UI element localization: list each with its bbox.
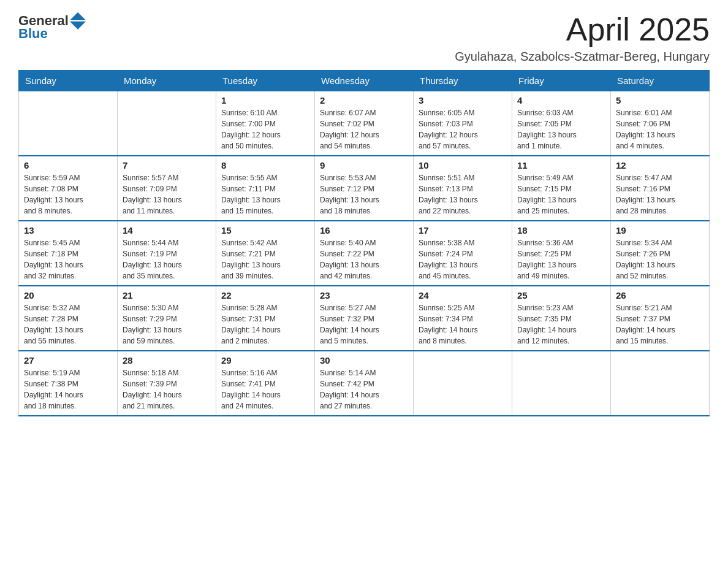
day-of-week-header: Friday [512,71,611,91]
day-info: Sunrise: 5:57 AM Sunset: 7:09 PM Dayligh… [123,172,211,216]
day-number: 25 [517,290,605,301]
calendar-empty-cell [414,351,512,416]
day-info: Sunrise: 6:01 AM Sunset: 7:06 PM Dayligh… [616,107,704,151]
calendar-header: SundayMondayTuesdayWednesdayThursdayFrid… [19,71,710,91]
calendar-day-cell: 28Sunrise: 5:18 AM Sunset: 7:39 PM Dayli… [118,351,216,416]
calendar-day-cell: 16Sunrise: 5:40 AM Sunset: 7:22 PM Dayli… [315,221,414,286]
day-info: Sunrise: 6:10 AM Sunset: 7:00 PM Dayligh… [221,107,309,151]
page-header: General Blue April 2025 Gyulahaza, Szabo… [18,12,710,64]
calendar-day-cell: 24Sunrise: 5:25 AM Sunset: 7:34 PM Dayli… [414,286,512,351]
day-info: Sunrise: 5:40 AM Sunset: 7:22 PM Dayligh… [320,237,408,282]
day-info: Sunrise: 5:49 AM Sunset: 7:15 PM Dayligh… [517,172,605,216]
day-info: Sunrise: 5:23 AM Sunset: 7:35 PM Dayligh… [517,302,605,347]
day-info: Sunrise: 5:19 AM Sunset: 7:38 PM Dayligh… [24,367,112,412]
day-number: 21 [123,290,211,301]
calendar-day-cell: 26Sunrise: 5:21 AM Sunset: 7:37 PM Dayli… [611,286,710,351]
day-number: 3 [419,95,507,105]
day-info: Sunrise: 5:34 AM Sunset: 7:26 PM Dayligh… [616,237,704,282]
calendar-day-cell: 22Sunrise: 5:28 AM Sunset: 7:31 PM Dayli… [216,286,315,351]
day-info: Sunrise: 6:05 AM Sunset: 7:03 PM Dayligh… [419,107,507,151]
calendar-day-cell: 11Sunrise: 5:49 AM Sunset: 7:15 PM Dayli… [512,156,611,221]
day-info: Sunrise: 5:32 AM Sunset: 7:28 PM Dayligh… [24,302,112,347]
calendar-week-row: 6Sunrise: 5:59 AM Sunset: 7:08 PM Daylig… [19,156,710,221]
day-number: 22 [221,290,309,301]
calendar-day-cell: 14Sunrise: 5:44 AM Sunset: 7:19 PM Dayli… [118,221,216,286]
logo: General Blue [18,12,86,42]
day-number: 5 [616,95,704,105]
logo-blue-text: Blue [18,26,48,42]
calendar-week-row: 13Sunrise: 5:45 AM Sunset: 7:18 PM Dayli… [19,221,710,286]
day-info: Sunrise: 5:44 AM Sunset: 7:19 PM Dayligh… [123,237,211,282]
day-number: 6 [24,160,112,170]
calendar-day-cell: 13Sunrise: 5:45 AM Sunset: 7:18 PM Dayli… [19,221,118,286]
location-subtitle: Gyulahaza, Szabolcs-Szatmar-Bereg, Hunga… [455,50,710,64]
calendar-day-cell: 2Sunrise: 6:07 AM Sunset: 7:02 PM Daylig… [315,91,414,156]
calendar-day-cell: 6Sunrise: 5:59 AM Sunset: 7:08 PM Daylig… [19,156,118,221]
calendar-day-cell: 5Sunrise: 6:01 AM Sunset: 7:06 PM Daylig… [611,91,710,156]
day-info: Sunrise: 5:47 AM Sunset: 7:16 PM Dayligh… [616,172,704,216]
day-info: Sunrise: 6:03 AM Sunset: 7:05 PM Dayligh… [517,107,605,151]
day-number: 28 [123,355,211,366]
day-number: 4 [517,95,605,105]
day-number: 18 [517,225,605,236]
day-info: Sunrise: 5:45 AM Sunset: 7:18 PM Dayligh… [24,237,112,282]
calendar-week-row: 20Sunrise: 5:32 AM Sunset: 7:28 PM Dayli… [19,286,710,351]
calendar-day-cell: 17Sunrise: 5:38 AM Sunset: 7:24 PM Dayli… [414,221,512,286]
day-info: Sunrise: 5:38 AM Sunset: 7:24 PM Dayligh… [419,237,507,282]
day-info: Sunrise: 5:27 AM Sunset: 7:32 PM Dayligh… [320,302,408,347]
day-info: Sunrise: 5:55 AM Sunset: 7:11 PM Dayligh… [221,172,309,216]
day-number: 10 [419,160,507,170]
calendar-day-cell: 25Sunrise: 5:23 AM Sunset: 7:35 PM Dayli… [512,286,611,351]
calendar-day-cell: 20Sunrise: 5:32 AM Sunset: 7:28 PM Dayli… [19,286,118,351]
day-info: Sunrise: 5:51 AM Sunset: 7:13 PM Dayligh… [419,172,507,216]
day-number: 30 [320,355,408,366]
day-of-week-header: Tuesday [216,71,315,91]
calendar-day-cell: 3Sunrise: 6:05 AM Sunset: 7:03 PM Daylig… [414,91,512,156]
calendar-body: 1Sunrise: 6:10 AM Sunset: 7:00 PM Daylig… [19,91,710,416]
calendar-day-cell: 19Sunrise: 5:34 AM Sunset: 7:26 PM Dayli… [611,221,710,286]
calendar-table: SundayMondayTuesdayWednesdayThursdayFrid… [18,70,710,416]
calendar-week-row: 1Sunrise: 6:10 AM Sunset: 7:00 PM Daylig… [19,91,710,156]
calendar-week-row: 27Sunrise: 5:19 AM Sunset: 7:38 PM Dayli… [19,351,710,416]
day-number: 29 [221,355,309,366]
month-year-title: April 2025 [455,12,710,47]
day-number: 15 [221,225,309,236]
calendar-day-cell: 12Sunrise: 5:47 AM Sunset: 7:16 PM Dayli… [611,156,710,221]
day-number: 16 [320,225,408,236]
day-number: 12 [616,160,704,170]
day-number: 26 [616,290,704,301]
calendar-day-cell: 7Sunrise: 5:57 AM Sunset: 7:09 PM Daylig… [118,156,216,221]
day-of-week-header: Saturday [611,71,710,91]
day-info: Sunrise: 5:16 AM Sunset: 7:41 PM Dayligh… [221,367,309,412]
calendar-day-cell: 21Sunrise: 5:30 AM Sunset: 7:29 PM Dayli… [118,286,216,351]
day-number: 13 [24,225,112,236]
calendar-day-cell: 23Sunrise: 5:27 AM Sunset: 7:32 PM Dayli… [315,286,414,351]
day-number: 23 [320,290,408,301]
day-number: 2 [320,95,408,105]
day-of-week-header: Sunday [19,71,118,91]
day-info: Sunrise: 5:21 AM Sunset: 7:37 PM Dayligh… [616,302,704,347]
day-info: Sunrise: 5:42 AM Sunset: 7:21 PM Dayligh… [221,237,309,282]
day-number: 17 [419,225,507,236]
day-of-week-header: Thursday [414,71,512,91]
day-info: Sunrise: 5:14 AM Sunset: 7:42 PM Dayligh… [320,367,408,412]
day-number: 1 [221,95,309,105]
day-number: 9 [320,160,408,170]
day-info: Sunrise: 5:53 AM Sunset: 7:12 PM Dayligh… [320,172,408,216]
day-info: Sunrise: 5:18 AM Sunset: 7:39 PM Dayligh… [123,367,211,412]
day-number: 27 [24,355,112,366]
calendar-day-cell: 4Sunrise: 6:03 AM Sunset: 7:05 PM Daylig… [512,91,611,156]
calendar-day-cell: 18Sunrise: 5:36 AM Sunset: 7:25 PM Dayli… [512,221,611,286]
day-info: Sunrise: 5:30 AM Sunset: 7:29 PM Dayligh… [123,302,211,347]
day-number: 20 [24,290,112,301]
title-block: April 2025 Gyulahaza, Szabolcs-Szatmar-B… [455,12,710,64]
day-number: 8 [221,160,309,170]
calendar-day-cell: 15Sunrise: 5:42 AM Sunset: 7:21 PM Dayli… [216,221,315,286]
day-of-week-header: Wednesday [315,71,414,91]
calendar-day-cell: 9Sunrise: 5:53 AM Sunset: 7:12 PM Daylig… [315,156,414,221]
day-info: Sunrise: 5:36 AM Sunset: 7:25 PM Dayligh… [517,237,605,282]
day-number: 24 [419,290,507,301]
calendar-day-cell: 8Sunrise: 5:55 AM Sunset: 7:11 PM Daylig… [216,156,315,221]
calendar-empty-cell [118,91,216,156]
calendar-day-cell: 10Sunrise: 5:51 AM Sunset: 7:13 PM Dayli… [414,156,512,221]
